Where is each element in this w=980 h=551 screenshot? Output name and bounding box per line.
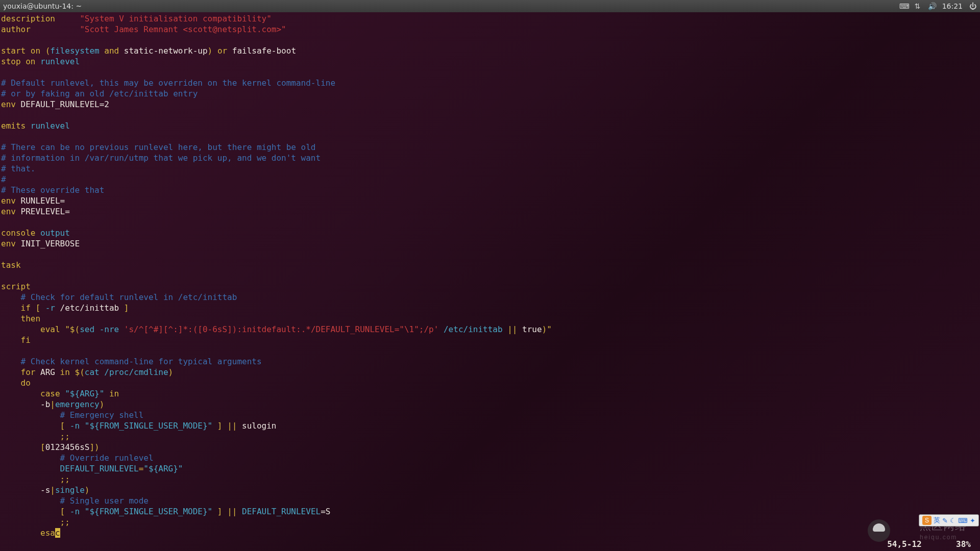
code-token: [ <box>1 421 65 431</box>
volume-icon[interactable]: 🔊 <box>928 2 936 10</box>
ime-logo-icon[interactable]: S <box>922 516 932 525</box>
ime-tool-icon[interactable]: ✦ <box>970 517 975 524</box>
code-comment: # <box>1 174 6 184</box>
ime-tool-icon[interactable]: ☾ <box>950 517 956 524</box>
code-token: ) <box>85 485 90 495</box>
code-token: fi <box>1 335 31 345</box>
code-token: cat /proc/cmdline <box>85 367 168 377</box>
code-token: for <box>1 367 40 377</box>
ime-lang[interactable]: 英 <box>934 516 940 525</box>
code-token: ;; <box>1 517 70 527</box>
code-token: runlevel <box>40 57 80 66</box>
code-token: 0123456sS <box>45 442 90 452</box>
code-token: task <box>1 260 21 270</box>
code-comment: # that. <box>1 164 35 173</box>
code-token: || <box>227 507 237 516</box>
clock[interactable]: 16:21 <box>942 2 963 10</box>
keyboard-icon[interactable]: ⌨ <box>899 2 908 10</box>
code-token: env <box>1 207 16 216</box>
code-token: [ <box>1 507 65 516</box>
network-icon[interactable]: ⇅ <box>914 2 922 10</box>
code-token: emergency <box>55 399 100 409</box>
code-token: if <box>1 303 35 313</box>
code-token: [ <box>1 442 45 452</box>
code-token: -n <box>65 507 85 516</box>
code-token: DEFAULT_RUNLEVEL=2 <box>16 99 109 109</box>
code-token: ) <box>100 399 105 409</box>
ime-tool-icon[interactable]: ✎ <box>942 517 948 524</box>
code-comment: # These override that <box>1 185 104 195</box>
code-token: = <box>139 464 144 473</box>
code-token: -n <box>65 421 85 431</box>
code-token: env <box>1 99 16 109</box>
cursor-position: 54,5-12 <box>887 539 921 549</box>
code-comment: # There can be no previous runlevel here… <box>1 142 316 152</box>
code-token: -s <box>1 485 50 495</box>
code-token: "${ARG}" <box>65 389 104 398</box>
code-token: ] <box>124 303 129 313</box>
top-panel: youxia@ubuntu-14: ~ ⌨ ⇅ 🔊 16:21 ⏻ <box>0 0 980 12</box>
code-token: do <box>1 378 31 388</box>
code-comment: # Check for default runlevel in /etc/ini… <box>1 292 237 302</box>
code-token: true <box>517 324 542 334</box>
code-token: "System V initialisation compatibility" <box>55 14 272 23</box>
code-token: console <box>1 228 40 238</box>
window-title: youxia@ubuntu-14: ~ <box>3 2 82 10</box>
code-comment: # Emergency shell <box>1 410 143 420</box>
code-token: $( <box>75 367 85 377</box>
code-token: stop on <box>1 57 40 66</box>
code-token: "${FROM_SINGLE_USER_MODE}" <box>85 421 212 431</box>
code-token: "${ARG}" <box>143 464 183 473</box>
code-token: "$( <box>65 324 80 334</box>
panel-left: youxia@ubuntu-14: ~ <box>3 2 82 10</box>
code-token: ] <box>89 442 94 452</box>
code-token: emits <box>1 121 31 131</box>
code-token: [ <box>35 303 40 313</box>
system-tray: ⌨ ⇅ 🔊 16:21 ⏻ <box>899 2 977 10</box>
code-token: env <box>1 239 16 248</box>
code-comment: # or by faking an old /etc/inittab entry <box>1 89 198 98</box>
code-token: start on <box>1 46 45 56</box>
code-comment: # Default runlevel, this may be override… <box>1 78 335 88</box>
code-token: "${FROM_SINGLE_USER_MODE}" <box>85 507 212 516</box>
code-token: env <box>1 196 16 206</box>
code-token: ;; <box>1 432 70 441</box>
code-token: | <box>50 485 55 495</box>
code-token: INIT_VERBOSE <box>16 239 80 248</box>
code-token: ] <box>212 421 227 431</box>
code-token: or <box>212 46 232 56</box>
code-token: ] <box>212 507 227 516</box>
code-token: RUNLEVEL= <box>16 196 65 206</box>
code-token: author <box>1 24 31 34</box>
code-token: ARG <box>40 367 55 377</box>
code-token: -r <box>40 303 60 313</box>
code-token: DEFAULT_RUNLEVEL <box>237 507 321 516</box>
code-token: 's/^[^#][^:]*:([0-6sS]):initdefault:.*/D… <box>124 324 439 334</box>
code-comment: # Check kernel command-line for typical … <box>1 357 262 366</box>
code-token: PREVLEVEL= <box>16 207 70 216</box>
code-token: ) <box>94 442 100 452</box>
ime-toolbar[interactable]: S 英 ✎ ☾ ⌨ ✦ <box>919 514 979 527</box>
code-token: "Scott James Remnant <scott@netsplit.com… <box>31 24 286 34</box>
code-comment: # Override runlevel <box>1 453 154 463</box>
code-token: eval <box>1 324 65 334</box>
code-token: || <box>227 421 237 431</box>
code-comment: # Single user mode <box>1 496 149 506</box>
code-token: ( <box>45 46 51 56</box>
cursor: c <box>55 528 60 538</box>
power-icon[interactable]: ⏻ <box>969 2 977 10</box>
terminal[interactable]: description "System V initialisation com… <box>0 12 980 551</box>
code-token: -b <box>1 399 50 409</box>
ime-tool-icon[interactable]: ⌨ <box>958 517 968 524</box>
code-token: then <box>1 314 40 323</box>
code-token: || <box>507 324 517 334</box>
code-token: in <box>104 389 119 398</box>
code-token: sed <box>80 324 94 334</box>
code-token: esa <box>1 528 55 538</box>
code-token: | <box>50 399 55 409</box>
code-token: failsafe-boot <box>232 46 296 56</box>
watermark-logo-icon <box>868 519 890 542</box>
code-token: script <box>1 282 31 291</box>
code-token: output <box>40 228 70 238</box>
code-token: ) <box>168 367 174 377</box>
